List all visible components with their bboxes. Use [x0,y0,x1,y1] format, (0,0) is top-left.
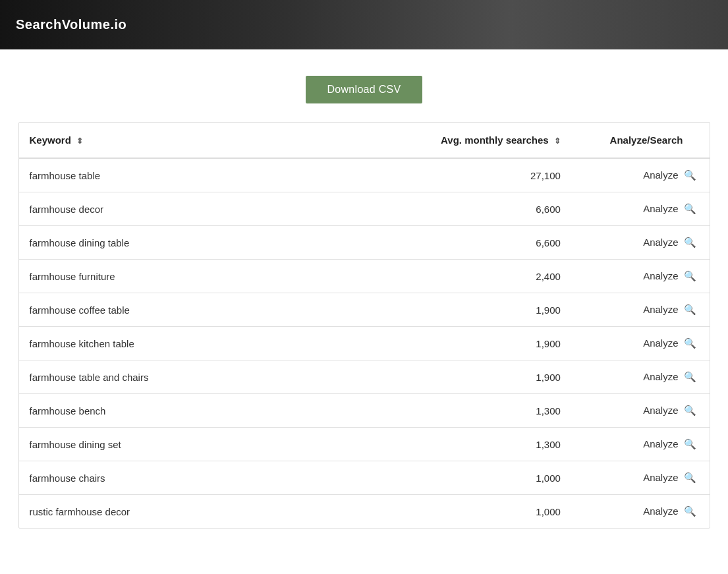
search-icon[interactable]: 🔍 [684,169,696,181]
search-icon[interactable]: 🔍 [684,371,696,383]
analyze-cell: Analyze🔍 [571,226,710,260]
searches-cell: 1,000 [399,495,571,529]
searches-cell: 1,000 [399,461,571,495]
analyze-cell: Analyze🔍 [571,495,710,529]
table-row: rustic farmhouse decor1,000Analyze🔍 [19,495,710,529]
searches-cell: 1,300 [399,394,571,428]
search-icon[interactable]: 🔍 [684,304,696,316]
main-content: Download CSV Keyword ⇕ Avg. monthly sear… [0,49,728,555]
analyze-link[interactable]: Analyze [643,270,678,281]
keyword-cell: farmhouse chairs [19,461,399,495]
analyze-cell: Analyze🔍 [571,293,710,327]
column-header-searches[interactable]: Avg. monthly searches ⇕ [399,123,571,158]
keyword-cell: farmhouse table and chairs [19,360,399,394]
search-icon[interactable]: 🔍 [684,337,696,349]
column-header-analyze: Analyze/Search [571,123,710,158]
keyword-cell: rustic farmhouse decor [19,495,399,529]
table-row: farmhouse kitchen table1,900Analyze🔍 [19,327,710,360]
searches-cell: 6,600 [399,226,571,260]
analyze-link[interactable]: Analyze [643,337,678,349]
table-row: farmhouse bench1,300Analyze🔍 [19,394,710,428]
keyword-cell: farmhouse bench [19,394,399,428]
analyze-link[interactable]: Analyze [643,304,678,315]
table-header: Keyword ⇕ Avg. monthly searches ⇕ Analyz… [19,123,710,158]
analyze-link[interactable]: Analyze [643,237,678,248]
table-row: farmhouse decor6,600Analyze🔍 [19,192,710,226]
searches-cell: 27,100 [399,158,571,192]
table-row: farmhouse coffee table1,900Analyze🔍 [19,293,710,327]
searches-cell: 6,600 [399,192,571,226]
analyze-cell: Analyze🔍 [571,428,710,461]
analyze-link[interactable]: Analyze [643,169,678,181]
analyze-cell: Analyze🔍 [571,192,710,226]
searches-cell: 1,900 [399,360,571,394]
analyze-cell: Analyze🔍 [571,158,710,192]
analyze-cell: Analyze🔍 [571,360,710,394]
keyword-cell: farmhouse dining table [19,226,399,260]
table-row: farmhouse table27,100Analyze🔍 [19,158,710,192]
results-table: Keyword ⇕ Avg. monthly searches ⇕ Analyz… [19,123,710,528]
analyze-link[interactable]: Analyze [643,203,678,214]
analyze-link[interactable]: Analyze [643,505,678,517]
sort-icon-searches: ⇕ [554,136,561,146]
searches-cell: 2,400 [399,260,571,293]
keyword-cell: farmhouse coffee table [19,293,399,327]
analyze-cell: Analyze🔍 [571,461,710,495]
table-row: farmhouse dining set1,300Analyze🔍 [19,428,710,461]
search-icon[interactable]: 🔍 [684,270,696,282]
analyze-cell: Analyze🔍 [571,327,710,360]
searches-cell: 1,900 [399,327,571,360]
table-body: farmhouse table27,100Analyze🔍farmhouse d… [19,158,710,528]
column-header-keyword[interactable]: Keyword ⇕ [19,123,399,158]
keyword-cell: farmhouse table [19,158,399,192]
search-icon[interactable]: 🔍 [684,203,696,215]
download-csv-button[interactable]: Download CSV [306,76,422,103]
table-row: farmhouse dining table6,600Analyze🔍 [19,226,710,260]
analyze-link[interactable]: Analyze [643,371,678,382]
table-row: farmhouse furniture2,400Analyze🔍 [19,260,710,293]
analyze-cell: Analyze🔍 [571,394,710,428]
results-table-container: Keyword ⇕ Avg. monthly searches ⇕ Analyz… [18,122,710,529]
table-row: farmhouse chairs1,000Analyze🔍 [19,461,710,495]
analyze-link[interactable]: Analyze [643,438,678,449]
keyword-cell: farmhouse kitchen table [19,327,399,360]
header: SearchVolume.io [0,0,728,49]
keyword-cell: farmhouse furniture [19,260,399,293]
searches-cell: 1,300 [399,428,571,461]
searches-cell: 1,900 [399,293,571,327]
table-row: farmhouse table and chairs1,900Analyze🔍 [19,360,710,394]
keyword-cell: farmhouse dining set [19,428,399,461]
analyze-cell: Analyze🔍 [571,260,710,293]
sort-icon-keyword: ⇕ [76,136,83,146]
analyze-link[interactable]: Analyze [643,472,678,483]
search-icon[interactable]: 🔍 [684,505,696,517]
site-logo: SearchVolume.io [16,17,126,32]
analyze-link[interactable]: Analyze [643,405,678,416]
search-icon[interactable]: 🔍 [684,237,696,248]
keyword-cell: farmhouse decor [19,192,399,226]
search-icon[interactable]: 🔍 [684,438,696,450]
search-icon[interactable]: 🔍 [684,405,696,416]
search-icon[interactable]: 🔍 [684,472,696,484]
